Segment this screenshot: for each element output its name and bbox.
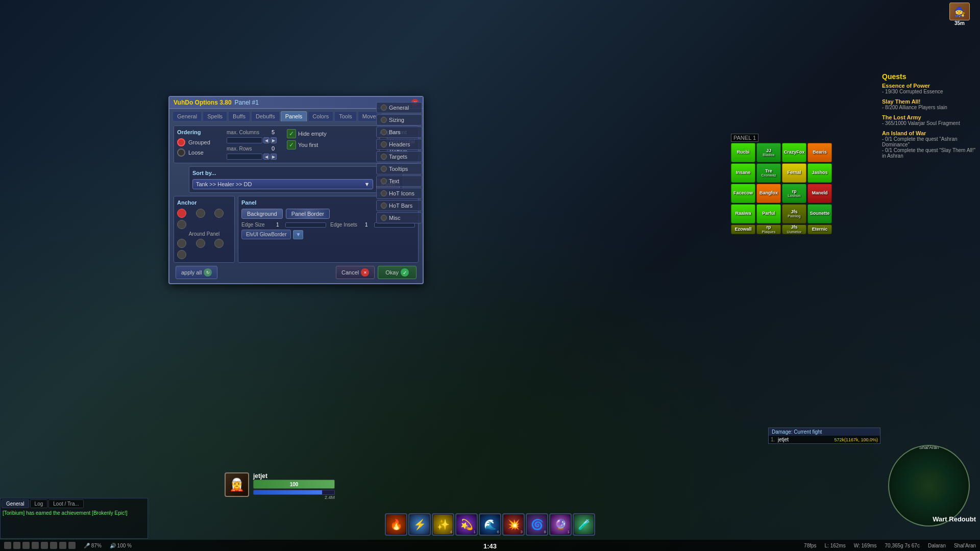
- tab-buffs[interactable]: Buffs: [228, 111, 250, 121]
- unit-cell-4[interactable]: Insane: [731, 163, 755, 183]
- unit-cell-12[interactable]: Raaiwa: [731, 204, 755, 223]
- anchor-dot-tr[interactable]: [214, 209, 224, 218]
- elvui-row: ElvUI GlowBorder ▼: [241, 230, 415, 239]
- anchor-dot-br[interactable]: [177, 250, 186, 259]
- unit-cell-8[interactable]: Facecow: [731, 184, 755, 203]
- background-button[interactable]: Background: [241, 209, 283, 219]
- nav-misc[interactable]: Misc: [376, 212, 422, 223]
- nav-dot-general: [381, 105, 387, 111]
- unit-cell-9[interactable]: Bangfox: [756, 184, 781, 203]
- ok-button[interactable]: Okay ✓: [378, 266, 416, 279]
- columns-left-arrow[interactable]: ◀: [263, 137, 270, 143]
- chat-tab-loot[interactable]: Loot / Tra...: [48, 499, 84, 508]
- nav-hot-icons[interactable]: HoT Icons: [376, 188, 422, 199]
- action-slot-5[interactable]: 🌊 6: [479, 513, 501, 536]
- action-slot-8[interactable]: 🔮 1: [549, 513, 572, 536]
- nav-bars[interactable]: Bars: [376, 127, 422, 138]
- tab-panels[interactable]: Panels: [281, 111, 307, 121]
- action-slot-4[interactable]: 💫 1: [455, 513, 478, 536]
- unit-cell-10[interactable]: rpLoshun: [782, 184, 806, 203]
- edge-size-stepper[interactable]: [285, 222, 326, 228]
- chat-tab-log[interactable]: Log: [30, 499, 48, 508]
- unit-cell-16[interactable]: Ezowall: [731, 224, 755, 234]
- unit-name-12: Raaiwa: [735, 211, 751, 216]
- unit-cell-14[interactable]: JfsPainlog: [782, 204, 806, 223]
- status-icon-3[interactable]: [22, 542, 30, 549]
- nav-targets[interactable]: Targets: [376, 151, 422, 162]
- elvui-button[interactable]: ElvUI GlowBorder: [241, 230, 291, 239]
- loose-radio[interactable]: [177, 148, 185, 157]
- unit-cell-18[interactable]: JfsUumetor: [782, 224, 806, 234]
- minimap[interactable]: Shal'Aran: [888, 445, 970, 527]
- quest-name-2[interactable]: Slay Them All!: [882, 98, 976, 105]
- unit-cell-6[interactable]: Fernal: [782, 163, 806, 183]
- cancel-button[interactable]: Cancel ✕: [336, 266, 375, 279]
- environment-overlay: [0, 0, 980, 551]
- quest-name-1[interactable]: Essence of Power: [882, 83, 976, 89]
- rows-right-arrow[interactable]: ▶: [271, 154, 277, 160]
- unit-cell-3[interactable]: Bearis: [807, 143, 832, 162]
- columns-stepper[interactable]: ◀ ▶: [227, 137, 277, 143]
- action-slot-2[interactable]: ⚡: [408, 513, 431, 536]
- rows-left-arrow[interactable]: ◀: [263, 154, 270, 160]
- status-icon-4[interactable]: [32, 542, 39, 549]
- unit-cell-17[interactable]: rpPlaques: [756, 224, 781, 234]
- action-slot-6[interactable]: 💥 3: [502, 513, 525, 536]
- apply-all-button[interactable]: apply all ↻: [176, 266, 217, 279]
- nav-tooltips[interactable]: Tooltips: [376, 163, 422, 174]
- anchor-dot-ml[interactable]: [177, 220, 186, 229]
- character-portrait[interactable]: 🧙 35m: [942, 3, 977, 28]
- action-slot-9[interactable]: 🧪: [573, 513, 595, 536]
- anchor-dot-mr[interactable]: [177, 239, 186, 248]
- status-icon-8[interactable]: [68, 542, 76, 549]
- tab-general[interactable]: General: [173, 111, 202, 121]
- nav-hot-bars[interactable]: HoT Bars: [376, 200, 422, 211]
- nav-headers[interactable]: Headers: [376, 139, 422, 150]
- status-icon-7[interactable]: [59, 542, 66, 549]
- status-icon-2[interactable]: [13, 542, 20, 549]
- char-level: 35m: [954, 20, 965, 26]
- cancel-label: Cancel: [341, 269, 359, 276]
- unit-name-16: Ezowall: [734, 227, 751, 232]
- anchor-dot-tc[interactable]: [196, 209, 205, 218]
- unit-cell-1[interactable]: JJBladox: [756, 143, 781, 162]
- unit-cell-5[interactable]: TreCronwaz: [756, 163, 781, 183]
- rows-stepper[interactable]: ◀ ▶: [227, 154, 277, 160]
- sort-dropdown[interactable]: Tank >> Healer >> DD ▼: [192, 179, 373, 189]
- tab-spells[interactable]: Spells: [203, 111, 227, 121]
- status-icon-5[interactable]: [41, 542, 48, 549]
- grouped-radio[interactable]: [177, 138, 185, 146]
- tab-tools[interactable]: Tools: [334, 111, 357, 121]
- action-slot-1[interactable]: 🔥: [385, 513, 407, 536]
- nav-text[interactable]: Text: [376, 176, 422, 187]
- elvui-arrow-btn[interactable]: ▼: [293, 230, 303, 239]
- nav-general[interactable]: General: [376, 102, 422, 113]
- tab-colors[interactable]: Colors: [308, 111, 333, 121]
- status-icon-1[interactable]: [4, 542, 11, 549]
- columns-stepper-bar[interactable]: [227, 137, 262, 143]
- action-slot-3[interactable]: ✨ 4: [432, 513, 454, 536]
- unit-cell-13[interactable]: Parful: [756, 204, 781, 223]
- quest-name-4[interactable]: An Island of War: [882, 130, 976, 136]
- unit-cell-11[interactable]: Maneld: [807, 184, 832, 203]
- panel-border-button[interactable]: Panel Border: [286, 209, 330, 219]
- tab-debuffs[interactable]: Debuffs: [251, 111, 280, 121]
- you-first-checkbox[interactable]: ✓: [287, 140, 296, 149]
- unit-cell-2[interactable]: CrazyFox: [782, 143, 806, 162]
- anchor-dot-bl[interactable]: [196, 239, 205, 248]
- nav-sizing[interactable]: Sizing: [376, 114, 422, 126]
- unit-cell-7[interactable]: Jashos: [807, 163, 832, 183]
- unit-cell-0[interactable]: Rucbi: [731, 143, 755, 162]
- columns-right-arrow[interactable]: ▶: [271, 137, 277, 143]
- unit-cell-15[interactable]: Sounette: [807, 204, 832, 223]
- status-icon-6[interactable]: [50, 542, 57, 549]
- unit-cell-19[interactable]: Eternic: [807, 224, 832, 234]
- action-slot-7[interactable]: 🌀 8: [526, 513, 548, 536]
- rows-stepper-bar[interactable]: [227, 154, 262, 160]
- anchor-dot-bc[interactable]: [214, 239, 224, 248]
- chat-tab-general[interactable]: General: [2, 499, 29, 508]
- hide-empty-checkbox[interactable]: ✓: [287, 129, 296, 138]
- anchor-dot-tl[interactable]: [177, 209, 186, 218]
- slot-num-7: 8: [544, 530, 546, 534]
- quest-name-3[interactable]: The Lost Army: [882, 114, 976, 120]
